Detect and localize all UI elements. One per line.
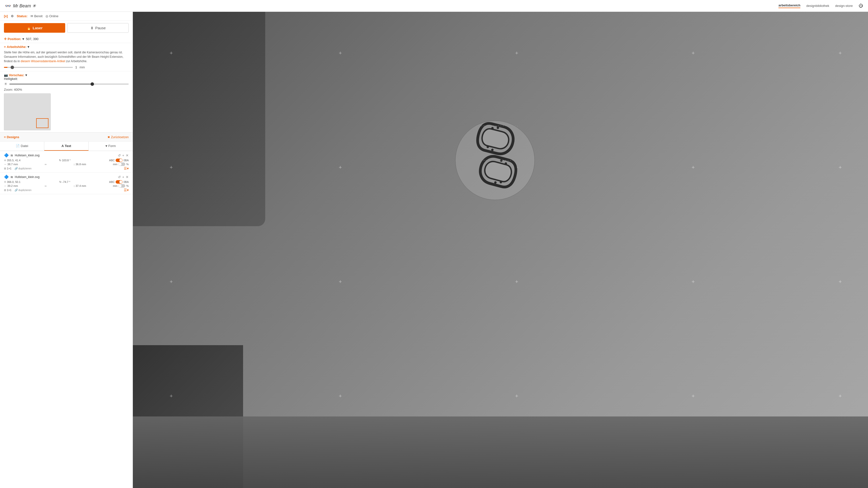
height-slider[interactable] xyxy=(4,67,73,68)
design-close-btn-2[interactable]: ✕ xyxy=(126,175,129,179)
toggle-mm-2[interactable] xyxy=(118,184,125,188)
ready-status: ✉ Bereit xyxy=(31,14,42,18)
design-add-btn-1[interactable]: + xyxy=(122,154,124,157)
laser-controls: 🔥 Laser ⏸ Pause xyxy=(0,21,133,35)
crosshair-icon: ✛ xyxy=(4,37,7,41)
design-reset-btn-1[interactable]: ↺ xyxy=(118,154,121,157)
pause-button[interactable]: ⏸ Pause xyxy=(67,23,129,33)
main-nav: arbeitsbereich designbibliothek design-s… xyxy=(778,3,863,8)
nav-designbibliothek[interactable]: designbibliothek xyxy=(806,4,829,8)
main-layout: [x] ⚙ Status: ✉ Bereit ◎ Online 🔥 Laser xyxy=(0,12,868,488)
reset-button[interactable]: ✖ Zurücksetzen xyxy=(107,135,129,139)
design-height-2: ↕ 37.4 mm xyxy=(73,184,86,187)
preview-section: 📷 Vorschau: ▾ Helligkeit: ☀ Zoom: 400% xyxy=(0,71,133,132)
dropdown-icon: ▾ xyxy=(22,37,24,41)
design-duplicate-btn-1[interactable]: 🔗 duplizieren xyxy=(14,167,31,170)
reset-icon: ✖ xyxy=(107,135,110,139)
position-value: 507, 390 xyxy=(26,37,39,41)
design-add-btn-2[interactable]: + xyxy=(122,175,124,179)
brightness-slider[interactable] xyxy=(9,84,129,85)
status-bar: [x] ⚙ Status: ✉ Bereit ◎ Online xyxy=(0,12,133,21)
design-actions-1: ↺ + ✕ xyxy=(118,154,129,157)
design-link-1: ∞ xyxy=(45,163,47,166)
toggle-mm-1[interactable] xyxy=(118,163,125,166)
list-icon: ≡ xyxy=(4,135,6,139)
design-name-2: 🔷 ≋ Hufeisen_klein.svg xyxy=(4,174,40,179)
online-status: ◎ Online xyxy=(45,14,59,18)
design-reset-btn-2[interactable]: ↺ xyxy=(118,175,121,179)
design-copies-2: ⊞ 1×1 xyxy=(4,189,11,192)
brightness-row: ☀ xyxy=(4,82,129,86)
status-label: Status: xyxy=(17,14,28,18)
design-copies-1: ⊞ 1×1 xyxy=(4,167,11,170)
preview-title[interactable]: 📷 Vorschau: ▾ xyxy=(4,73,129,77)
design-link-2: ∞ xyxy=(45,184,47,187)
heart-icon: ♥ xyxy=(105,144,107,148)
height-value: 1 xyxy=(75,65,77,69)
design-rotation-2: ↻ -74.7 ° xyxy=(59,181,70,184)
working-height-title[interactable]: ≡ Arbeitshöhe: ▾ xyxy=(4,45,129,49)
nav-design-store[interactable]: design-store xyxy=(835,4,853,8)
logo: 👓 Mr Beam ✳ xyxy=(5,3,36,9)
toggle-abc-1[interactable] xyxy=(116,159,123,162)
minimap-viewport xyxy=(36,118,49,128)
tab-form[interactable]: ♥ Form xyxy=(89,141,133,151)
header: 👓 Mr Beam ✳ arbeitsbereich designbibliot… xyxy=(0,0,868,12)
close-button[interactable]: [x] xyxy=(4,14,8,18)
design-toggle-abc-1[interactable]: ABC 0BA xyxy=(109,159,129,162)
power-icon[interactable]: ⏻ xyxy=(859,3,863,8)
camera-icon: 📷 xyxy=(4,73,8,77)
online-icon: ◎ xyxy=(45,14,48,18)
file-icon: 📄 xyxy=(16,144,20,148)
designs-title: ≡ Designs xyxy=(4,135,19,139)
toggle-abc-2[interactable] xyxy=(116,180,123,184)
brightness-label: Helligkeit: xyxy=(4,77,129,80)
design-toggle-mm-1[interactable]: mm % xyxy=(113,163,129,166)
design-name-1: 🔷 ≋ Hufeisen_klein.svg xyxy=(4,153,40,158)
preview-dropdown-icon: ▾ xyxy=(25,73,27,77)
design-rotation-1: ↻ 103.8 ° xyxy=(59,159,71,162)
minimap xyxy=(4,93,51,130)
status-icon: ⚙ xyxy=(11,14,14,18)
working-height-body: Stelle hier die Höhe ein, auf der gelase… xyxy=(4,50,129,63)
working-height-section: ≡ Arbeitshöhe: ▾ Stelle hier die Höhe ei… xyxy=(0,43,133,71)
design-toggle-abc-2[interactable]: ABC 0BA xyxy=(109,180,129,184)
design-menu-btn-2[interactable]: ☰▾ xyxy=(124,188,129,192)
design-svg-icon-1: ≋ xyxy=(10,154,13,157)
tab-text[interactable]: A Text xyxy=(44,141,89,151)
design-position-1: ✛ 355.5, 41.4 xyxy=(4,159,21,162)
canvas-design-svg[interactable] xyxy=(442,107,545,210)
logo-text: Mr Beam ✳ xyxy=(13,3,36,9)
design-type-icon-2: 🔷 xyxy=(4,174,9,179)
design-toggle-mm-2[interactable]: mm % xyxy=(113,184,129,188)
design-width-1: ↔ 38.7 mm xyxy=(4,163,18,166)
position-title[interactable]: ✛ Position: ▾ 507, 390 xyxy=(4,37,129,41)
position-section: ✛ Position: ▾ 507, 390 xyxy=(0,35,133,43)
working-height-link[interactable]: diesem Wissensdatenbank-Artikel xyxy=(21,60,65,63)
design-duplicate-btn-2[interactable]: 🔗 duplizieren xyxy=(14,189,31,192)
design-item-1: 🔷 ≋ Hufeisen_klein.svg ↺ + ✕ ✛ 355.5, 41… xyxy=(0,151,133,172)
canvas-area[interactable]: + + + + + + + + + + + + + + + + + + + + xyxy=(133,12,868,488)
design-width-2: ↔ 39.2 mm xyxy=(4,184,18,187)
design-menu-btn-1[interactable]: ☰▾ xyxy=(124,166,129,170)
design-item-2: 🔷 ≋ Hufeisen_klein.svg ↺ + ✕ ✛ 366.0, 50… xyxy=(0,172,133,194)
designs-header: ≡ Designs ✖ Zurücksetzen xyxy=(0,132,133,141)
ready-icon: ✉ xyxy=(31,14,33,18)
design-height-1: ↕ 36.8 mm xyxy=(73,163,86,166)
design-type-icon-1: 🔷 xyxy=(4,153,9,158)
height-dropdown-icon: ▾ xyxy=(28,45,29,49)
laser-button[interactable]: 🔥 Laser xyxy=(4,23,65,33)
tab-datei[interactable]: 📄 Datei xyxy=(0,141,44,151)
nav-arbeitsbereich[interactable]: arbeitsbereich xyxy=(778,3,800,8)
design-close-btn-1[interactable]: ✕ xyxy=(126,154,129,157)
pause-icon: ⏸ xyxy=(90,26,94,30)
height-icon: ≡ xyxy=(4,45,6,49)
height-unit: mm xyxy=(80,65,85,69)
sun-icon: ☀ xyxy=(4,82,7,86)
zoom-label: Zoom: 400% xyxy=(4,88,129,92)
design-svg-icon-2: ≋ xyxy=(10,175,13,179)
duplicate-icon-1: 🔗 xyxy=(14,167,18,170)
text-icon: A xyxy=(62,144,64,148)
laser-icon: 🔥 xyxy=(27,26,31,30)
design-actions-2: ↺ + ✕ xyxy=(118,175,129,179)
